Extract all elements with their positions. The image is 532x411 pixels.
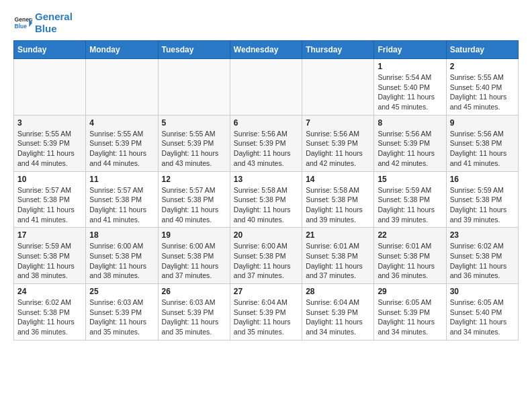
calendar-cell: 2Sunrise: 5:55 AMSunset: 5:40 PMDaylight… [446,59,518,116]
calendar-cell: 25Sunrise: 6:03 AMSunset: 5:39 PMDayligh… [86,284,158,340]
logo-text: GeneralBlue [35,11,73,35]
day-info: Sunrise: 5:55 AMSunset: 5:40 PMDaylight:… [450,73,515,112]
logo: General Blue GeneralBlue [13,11,73,35]
weekday-header: Saturday [446,41,518,59]
day-info: Sunrise: 5:59 AMSunset: 5:38 PMDaylight:… [17,241,82,281]
calendar-cell: 21Sunrise: 6:01 AMSunset: 5:38 PMDayligh… [302,228,374,284]
calendar-cell [158,59,230,116]
day-info: Sunrise: 5:59 AMSunset: 5:38 PMDaylight:… [450,185,515,225]
calendar-cell: 17Sunrise: 5:59 AMSunset: 5:38 PMDayligh… [14,228,86,284]
day-info: Sunrise: 5:55 AMSunset: 5:39 PMDaylight:… [162,129,226,169]
calendar-cell: 8Sunrise: 5:56 AMSunset: 5:39 PMDaylight… [374,115,446,171]
logo-icon: General Blue [13,13,32,32]
day-info: Sunrise: 6:04 AMSunset: 5:39 PMDaylight:… [306,298,370,337]
day-number: 4 [89,118,154,128]
calendar-week-row: 10Sunrise: 5:57 AMSunset: 5:38 PMDayligh… [14,171,519,228]
calendar-cell: 15Sunrise: 5:59 AMSunset: 5:38 PMDayligh… [374,171,446,228]
calendar-cell: 16Sunrise: 5:59 AMSunset: 5:38 PMDayligh… [446,171,518,228]
day-info: Sunrise: 5:57 AMSunset: 5:38 PMDaylight:… [162,185,226,225]
day-number: 9 [450,118,515,128]
day-number: 14 [306,175,370,184]
calendar-cell: 1Sunrise: 5:54 AMSunset: 5:40 PMDaylight… [374,59,446,116]
day-number: 5 [162,118,226,128]
day-number: 10 [17,175,82,184]
calendar-cell: 19Sunrise: 6:00 AMSunset: 5:38 PMDayligh… [158,228,230,284]
calendar-header-row: SundayMondayTuesdayWednesdayThursdayFrid… [14,41,519,59]
calendar-table: SundayMondayTuesdayWednesdayThursdayFrid… [13,40,519,340]
calendar-cell: 30Sunrise: 6:05 AMSunset: 5:40 PMDayligh… [446,284,518,340]
day-info: Sunrise: 5:55 AMSunset: 5:39 PMDaylight:… [17,129,82,169]
day-info: Sunrise: 5:56 AMSunset: 5:39 PMDaylight:… [234,129,298,169]
day-number: 7 [306,118,370,128]
calendar-cell [302,59,374,116]
day-number: 23 [450,230,515,240]
day-number: 21 [306,230,370,240]
weekday-header: Wednesday [230,41,302,59]
calendar-week-row: 3Sunrise: 5:55 AMSunset: 5:39 PMDaylight… [14,115,519,171]
day-number: 28 [306,287,370,296]
day-number: 25 [89,287,154,296]
day-number: 26 [162,287,226,296]
calendar-cell: 18Sunrise: 6:00 AMSunset: 5:38 PMDayligh… [86,228,158,284]
day-number: 27 [234,287,298,296]
svg-text:Blue: Blue [15,23,28,30]
weekday-header: Thursday [302,41,374,59]
day-number: 20 [234,230,298,240]
calendar-cell: 7Sunrise: 5:56 AMSunset: 5:39 PMDaylight… [302,115,374,171]
day-number: 29 [378,287,442,296]
day-info: Sunrise: 6:01 AMSunset: 5:38 PMDaylight:… [378,241,442,281]
calendar-week-row: 17Sunrise: 5:59 AMSunset: 5:38 PMDayligh… [14,228,519,284]
day-info: Sunrise: 6:03 AMSunset: 5:39 PMDaylight:… [162,298,226,337]
day-info: Sunrise: 6:05 AMSunset: 5:40 PMDaylight:… [450,298,515,337]
calendar-cell: 5Sunrise: 5:55 AMSunset: 5:39 PMDaylight… [158,115,230,171]
calendar-cell: 11Sunrise: 5:57 AMSunset: 5:38 PMDayligh… [86,171,158,228]
calendar-cell: 20Sunrise: 6:00 AMSunset: 5:38 PMDayligh… [230,228,302,284]
day-number: 24 [17,287,82,296]
day-info: Sunrise: 5:54 AMSunset: 5:40 PMDaylight:… [378,73,442,112]
calendar-cell: 6Sunrise: 5:56 AMSunset: 5:39 PMDaylight… [230,115,302,171]
day-number: 1 [378,62,442,71]
calendar-cell: 14Sunrise: 5:58 AMSunset: 5:38 PMDayligh… [302,171,374,228]
day-info: Sunrise: 5:55 AMSunset: 5:39 PMDaylight:… [89,129,154,169]
calendar-cell [14,59,86,116]
weekday-header: Friday [374,41,446,59]
day-number: 13 [234,175,298,184]
calendar-cell: 22Sunrise: 6:01 AMSunset: 5:38 PMDayligh… [374,228,446,284]
calendar-week-row: 1Sunrise: 5:54 AMSunset: 5:40 PMDaylight… [14,59,519,116]
day-number: 12 [162,175,226,184]
day-number: 19 [162,230,226,240]
weekday-header: Monday [86,41,158,59]
calendar-cell: 9Sunrise: 5:56 AMSunset: 5:38 PMDaylight… [446,115,518,171]
calendar-cell [86,59,158,116]
weekday-header: Sunday [14,41,86,59]
day-info: Sunrise: 6:02 AMSunset: 5:38 PMDaylight:… [450,241,515,281]
calendar-cell: 4Sunrise: 5:55 AMSunset: 5:39 PMDaylight… [86,115,158,171]
day-info: Sunrise: 5:59 AMSunset: 5:38 PMDaylight:… [378,185,442,225]
calendar-cell [230,59,302,116]
calendar-cell: 12Sunrise: 5:57 AMSunset: 5:38 PMDayligh… [158,171,230,228]
day-info: Sunrise: 5:56 AMSunset: 5:39 PMDaylight:… [378,129,442,169]
day-info: Sunrise: 6:00 AMSunset: 5:38 PMDaylight:… [89,241,154,281]
day-info: Sunrise: 5:58 AMSunset: 5:38 PMDaylight:… [234,185,298,225]
day-number: 18 [89,230,154,240]
day-number: 8 [378,118,442,128]
day-number: 17 [17,230,82,240]
calendar-cell: 24Sunrise: 6:02 AMSunset: 5:38 PMDayligh… [14,284,86,340]
day-info: Sunrise: 6:00 AMSunset: 5:38 PMDaylight:… [234,241,298,281]
calendar-cell: 26Sunrise: 6:03 AMSunset: 5:39 PMDayligh… [158,284,230,340]
day-info: Sunrise: 5:56 AMSunset: 5:38 PMDaylight:… [450,129,515,169]
day-number: 3 [17,118,82,128]
day-info: Sunrise: 5:57 AMSunset: 5:38 PMDaylight:… [89,185,154,225]
day-info: Sunrise: 5:56 AMSunset: 5:39 PMDaylight:… [306,129,370,169]
page-header: General Blue GeneralBlue [13,11,519,35]
day-number: 16 [450,175,515,184]
calendar-cell: 28Sunrise: 6:04 AMSunset: 5:39 PMDayligh… [302,284,374,340]
day-number: 15 [378,175,442,184]
day-info: Sunrise: 6:00 AMSunset: 5:38 PMDaylight:… [162,241,226,281]
calendar-cell: 23Sunrise: 6:02 AMSunset: 5:38 PMDayligh… [446,228,518,284]
day-info: Sunrise: 6:01 AMSunset: 5:38 PMDaylight:… [306,241,370,281]
day-info: Sunrise: 6:03 AMSunset: 5:39 PMDaylight:… [89,298,154,337]
day-number: 22 [378,230,442,240]
calendar-cell: 27Sunrise: 6:04 AMSunset: 5:39 PMDayligh… [230,284,302,340]
day-number: 2 [450,62,515,71]
